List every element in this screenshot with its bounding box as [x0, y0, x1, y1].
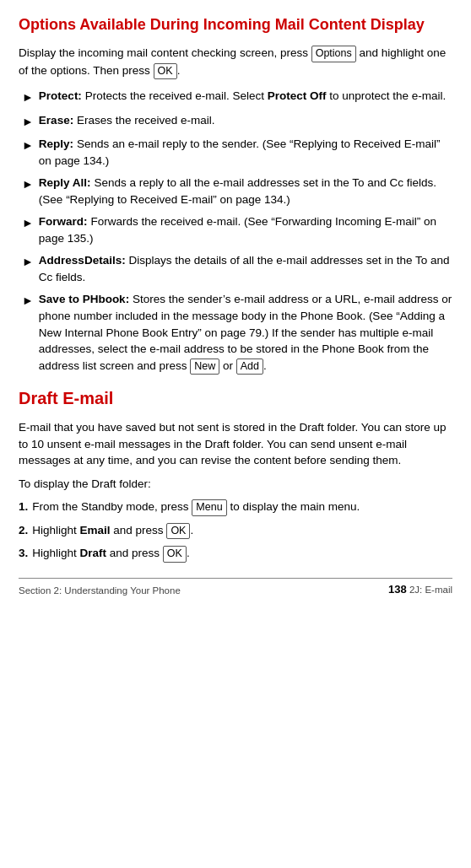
- bullet-text: Reply: Sends an e-mail reply to the send…: [39, 136, 452, 169]
- step-text: From the Standby mode, press Menu to dis…: [32, 499, 360, 516]
- footer-chapter: 2J: E-mail: [409, 585, 452, 595]
- page-container: Options Available During Incoming Mail C…: [0, 0, 471, 610]
- bullet-arrow-icon: ►: [22, 137, 34, 154]
- step-text: Highlight Email and press OK.: [32, 522, 193, 540]
- new-button: New: [190, 359, 219, 375]
- bullet-text: Save to PHbook: Stores the sender’s e-ma…: [39, 291, 452, 375]
- bullet-label: Forward:: [39, 215, 88, 228]
- page-title: Options Available During Incoming Mail C…: [19, 15, 452, 35]
- draft-para-2: To display the Draft folder:: [19, 476, 452, 493]
- bullet-arrow-icon: ►: [22, 175, 34, 192]
- bullet-arrow-icon: ►: [22, 292, 34, 309]
- list-item: ► Save to PHbook: Stores the sender’s e-…: [19, 291, 452, 375]
- options-list: ► Protect: Protects the received e-mail.…: [19, 88, 452, 375]
- list-item: ► Reply All: Sends a reply to all the e-…: [19, 175, 452, 208]
- step-number: 2.: [19, 522, 28, 539]
- bullet-label: Protect:: [39, 89, 82, 102]
- bullet-body: Protects the received e-mail. Select Pro…: [85, 89, 447, 102]
- intro-paragraph: Display the incoming mail content checki…: [19, 45, 452, 79]
- step-1: 1. From the Standby mode, press Menu to …: [19, 499, 452, 516]
- list-item: ► Reply: Sends an e-mail reply to the se…: [19, 136, 452, 169]
- bullet-text: AddressDetails: Displays the details of …: [39, 252, 452, 285]
- list-item: ► AddressDetails: Displays the details o…: [19, 252, 452, 285]
- footer-page-number: 138: [388, 583, 407, 596]
- intro-text-after: .: [177, 64, 181, 77]
- bullet-arrow-icon: ►: [22, 214, 34, 231]
- options-button: Options: [311, 46, 356, 62]
- bullet-body: Erases the received e-mail.: [77, 114, 215, 127]
- bullet-arrow-icon: ►: [22, 253, 34, 270]
- footer-right: 138 2J: E-mail: [388, 582, 452, 598]
- bullet-body: Sends an e-mail reply to the sender. (Se…: [39, 137, 441, 167]
- steps-list: 1. From the Standby mode, press Menu to …: [19, 499, 452, 563]
- bullet-text: Protect: Protects the received e-mail. S…: [39, 88, 452, 105]
- footer-section-text: Section 2: Understanding Your Phone: [19, 584, 181, 598]
- bullet-body: Forwards the received e-mail. (See “Forw…: [39, 215, 436, 245]
- bullet-label: Reply:: [39, 137, 73, 150]
- bullet-label: Reply All:: [39, 176, 91, 189]
- step-2: 2. Highlight Email and press OK.: [19, 522, 452, 540]
- bullet-label: Save to PHbook:: [39, 293, 129, 305]
- bullet-body: Sends a reply to all the e-mail addresse…: [39, 176, 436, 206]
- menu-button: Menu: [192, 499, 226, 516]
- add-button: Add: [236, 359, 263, 375]
- step-number: 1.: [19, 499, 28, 515]
- bullet-text: Reply All: Sends a reply to all the e-ma…: [39, 175, 452, 208]
- ok-button-step2: OK: [166, 523, 190, 540]
- bullet-arrow-icon: ►: [22, 113, 34, 130]
- step-text: Highlight Draft and press OK.: [32, 545, 189, 563]
- bullet-label: Erase:: [39, 114, 73, 127]
- footer-section-label: Section 2: Understanding Your Phone: [19, 584, 181, 598]
- intro-text-before: Display the incoming mail content checki…: [19, 46, 311, 59]
- draft-para-1: E-mail that you have saved but not sent …: [19, 419, 452, 469]
- list-item: ► Forward: Forwards the received e-mail.…: [19, 213, 452, 246]
- list-item: ► Erase: Erases the received e-mail.: [19, 112, 452, 130]
- ok-button-step3: OK: [163, 546, 187, 563]
- bullet-label: AddressDetails:: [39, 254, 126, 267]
- bullet-arrow-icon: ►: [22, 89, 34, 105]
- step-number: 3.: [19, 545, 28, 562]
- draft-section-title: Draft E-mail: [19, 386, 452, 411]
- list-item: ► Protect: Protects the received e-mail.…: [19, 88, 452, 105]
- ok-button-intro: OK: [154, 63, 177, 80]
- step-3: 3. Highlight Draft and press OK.: [19, 545, 452, 563]
- bullet-text: Erase: Erases the received e-mail.: [39, 112, 452, 129]
- page-footer: Section 2: Understanding Your Phone 138 …: [19, 578, 452, 598]
- bullet-text: Forward: Forwards the received e-mail. (…: [39, 213, 452, 246]
